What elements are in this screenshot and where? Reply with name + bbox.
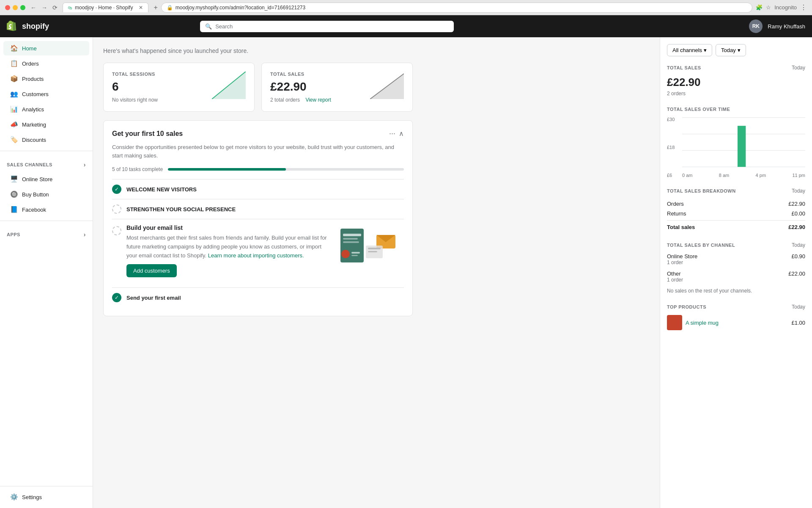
email-header: Build your email list Most merchants get… <box>112 224 404 277</box>
x-label-8am: 8 am <box>719 173 729 178</box>
task-item-email[interactable]: ✓ Send your first email <box>112 287 404 307</box>
product-name-link[interactable]: A simple mug <box>686 320 719 326</box>
breakdown-total-row: Total sales £22.90 <box>667 220 805 232</box>
window-controls[interactable] <box>5 5 25 10</box>
svg-rect-5 <box>343 234 361 236</box>
top-products-date: Today <box>792 304 805 310</box>
close-tab-icon[interactable]: ✕ <box>139 5 143 11</box>
task-item-social[interactable]: STRENGTHEN YOUR SOCIAL PRESENCE <box>112 199 404 219</box>
address-bar[interactable]: 🔒 moodjoy.myshopify.com/admin?location_i… <box>161 3 752 13</box>
page-subtitle: Here's what's happened since you launche… <box>103 47 413 54</box>
product-row: A simple mug £1.00 <box>667 315 805 330</box>
task-check-partial <box>112 204 121 214</box>
panel-top-products: TOP PRODUCTS Today A simple mug £1.00 <box>667 304 805 330</box>
chevron-right-icon: › <box>84 161 86 168</box>
chart-container <box>682 117 805 168</box>
sidebar-item-facebook[interactable]: 📘 Facebook <box>3 202 89 217</box>
menu-icon[interactable]: ⋮ <box>800 3 807 11</box>
right-panel: All channels ▾ Today ▾ TOTAL SALES Today… <box>660 37 812 508</box>
x-label-4pm: 4 pm <box>756 173 766 178</box>
search-icon: 🔍 <box>205 23 212 30</box>
extensions-icon[interactable]: 🧩 <box>756 4 763 11</box>
main-content: Here's what's happened since you launche… <box>93 37 660 508</box>
sidebar-item-orders[interactable]: 📋 Orders <box>3 56 89 71</box>
email-section: Build your email list Most merchants get… <box>112 219 404 287</box>
import-customers-link[interactable]: Learn more about importing customers. <box>208 252 304 259</box>
sessions-chart-svg <box>212 72 246 99</box>
sidebar-item-home[interactable]: 🏠 Home <box>3 41 89 55</box>
total-sales-title: TOTAL SALES <box>667 65 701 70</box>
user-avatar[interactable]: RK <box>749 19 763 33</box>
browser-tab[interactable]: 🛍 moodjoy · Home · Shopify ✕ <box>63 3 148 12</box>
browser-chrome: ← → ⟳ 🛍 moodjoy · Home · Shopify ✕ + 🔒 m… <box>0 0 812 15</box>
sidebar-item-label: Marketing <box>22 121 46 128</box>
breakdown-orders-label: Orders <box>667 201 684 207</box>
panel-total-sales: TOTAL SALES Today £22.90 2 orders <box>667 65 805 97</box>
products-icon: 📦 <box>10 75 18 83</box>
reload-button[interactable]: ⟳ <box>51 3 59 12</box>
close-window-button[interactable] <box>5 5 10 10</box>
y-label-30: £30 <box>667 117 675 122</box>
sidebar-bottom: ⚙️ Settings <box>0 483 93 505</box>
sidebar-item-label: Settings <box>22 494 42 500</box>
task-item-welcome[interactable]: ✓ WELCOME NEW VISITORS <box>112 179 404 199</box>
total-sales-card: TOTAL SALES £22.90 2 total orders View r… <box>261 63 413 112</box>
online-store-icon: 🖥️ <box>10 175 18 183</box>
email-illustration-svg <box>336 224 404 267</box>
analytics-icon: 📊 <box>10 105 18 113</box>
sidebar-item-analytics[interactable]: 📊 Analytics <box>3 102 89 116</box>
collapse-button[interactable]: ∧ <box>399 130 404 138</box>
header-search[interactable]: 🔍 Search <box>200 21 454 32</box>
chart-y-labels: £30 £18 £6 <box>667 117 675 178</box>
sidebar-item-buy-button[interactable]: 🔘 Buy Button <box>3 187 89 202</box>
more-options-button[interactable]: ··· <box>389 129 395 138</box>
maximize-window-button[interactable] <box>20 5 25 10</box>
sidebar-item-online-store[interactable]: 🖥️ Online Store <box>3 172 89 186</box>
bookmark-icon[interactable]: ☆ <box>766 4 771 11</box>
profile-icon[interactable]: Incognito <box>774 4 797 11</box>
channel-online-store-row: Online Store 1 order £0.90 <box>667 253 805 265</box>
chart-x-labels: 0 am 8 am 4 pm 11 pm <box>682 173 805 178</box>
task-card-title: Get your first 10 sales <box>112 130 183 138</box>
date-filter-button[interactable]: Today ▾ <box>716 44 746 56</box>
y-label-6: £6 <box>667 173 675 178</box>
sidebar-item-customers[interactable]: 👥 Customers <box>3 87 89 101</box>
channels-filter-button[interactable]: All channels ▾ <box>667 44 712 56</box>
svg-rect-16 <box>368 248 381 249</box>
channel-online-store-value: £0.90 <box>791 253 805 260</box>
minimize-window-button[interactable] <box>13 5 18 10</box>
forward-button[interactable]: → <box>40 3 49 12</box>
sales-chart-svg <box>370 72 404 99</box>
chart-header: TOTAL SALES OVER TIME <box>667 107 805 112</box>
progress-bar-fill <box>168 168 286 171</box>
sales-chart <box>370 72 404 100</box>
new-tab-button[interactable]: + <box>154 4 157 11</box>
back-button[interactable]: ← <box>29 3 38 12</box>
add-customers-button[interactable]: Add customers <box>126 264 177 277</box>
send-email-label: Send your first email <box>126 295 181 301</box>
sidebar-item-label: Facebook <box>22 207 46 213</box>
user-name: Ramy Khuffash <box>768 23 805 30</box>
by-channel-title: TOTAL SALES BY CHANNEL <box>667 243 735 248</box>
breakdown-returns-value: £0.00 <box>791 210 805 217</box>
shopify-logo[interactable]: shopify <box>7 20 49 32</box>
view-report-link[interactable]: View report <box>305 97 331 103</box>
channel-online-store-info: Online Store 1 order <box>667 253 697 265</box>
tab-title: moodjoy · Home · Shopify <box>75 5 133 11</box>
sidebar-item-products[interactable]: 📦 Products <box>3 72 89 86</box>
sidebar-item-marketing[interactable]: 📣 Marketing <box>3 117 89 132</box>
sidebar-item-settings[interactable]: ⚙️ Settings <box>3 490 89 504</box>
task-progress-row: 5 of 10 tasks complete <box>112 166 404 172</box>
sidebar-item-label: Online Store <box>22 176 52 182</box>
chart-svg <box>682 117 805 168</box>
sidebar-item-label: Buy Button <box>22 191 49 198</box>
channel-online-store-name: Online Store <box>667 253 697 260</box>
channel-online-store: Online Store 1 order £0.90 <box>667 253 805 265</box>
browser-nav[interactable]: ← → ⟳ <box>29 3 59 12</box>
buy-button-icon: 🔘 <box>10 190 18 198</box>
sidebar-item-discounts[interactable]: 🏷️ Discounts <box>3 133 89 147</box>
breakdown-orders-value: £22.90 <box>788 201 805 207</box>
breakdown-title: TOTAL SALES BREAKDOWN <box>667 188 736 193</box>
x-label-0am: 0 am <box>682 173 692 178</box>
welcome-label: WELCOME NEW VISITORS <box>126 186 197 193</box>
